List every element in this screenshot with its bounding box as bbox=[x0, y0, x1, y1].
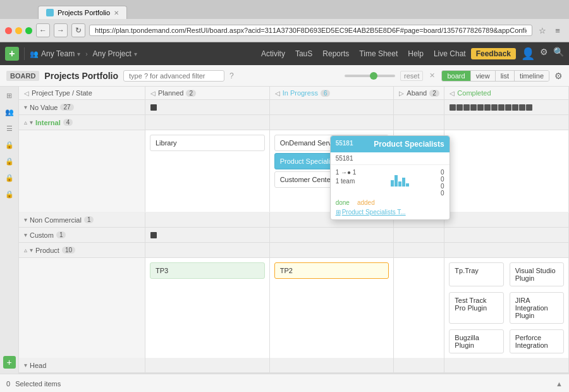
timeline-view-button[interactable]: timeline bbox=[515, 71, 549, 81]
subheader: BOARD Projects Portfolio ? reset ✕ board… bbox=[0, 65, 569, 87]
novalue-completed-cell bbox=[444, 100, 569, 114]
search-icon[interactable]: 🔍 bbox=[553, 47, 564, 61]
novalue-aband-cell bbox=[394, 100, 444, 114]
tab-close-button[interactable]: ✕ bbox=[114, 9, 119, 16]
tp2-card[interactable]: TP2 bbox=[274, 262, 389, 279]
popup-right-stat-4: 0 bbox=[441, 190, 444, 197]
reset-close-icon[interactable]: ✕ bbox=[429, 71, 435, 80]
internal-expand-icon[interactable]: ▵ bbox=[24, 119, 27, 126]
mini-card bbox=[470, 104, 477, 111]
board-settings-icon[interactable]: ⚙ bbox=[554, 71, 563, 81]
nav-help[interactable]: Help bbox=[408, 49, 424, 58]
sidebar-lock2-icon[interactable]: 🔒 bbox=[3, 155, 16, 168]
head-expand-icon[interactable]: ▾ bbox=[24, 362, 27, 369]
nav-reports[interactable]: Reports bbox=[322, 49, 349, 58]
novalue-count-badge: 27 bbox=[60, 104, 73, 111]
team-selector[interactable]: Any Team ▾ bbox=[30, 49, 80, 58]
popup-link[interactable]: ⊞ Product Specialists T... bbox=[336, 209, 444, 216]
chart-bar-5 bbox=[406, 183, 409, 187]
jira-card[interactable]: JIRA Integration Plugin bbox=[510, 292, 564, 324]
head-label-cell: ▾ Head bbox=[19, 358, 145, 372]
bugzilla-card[interactable]: Bugzilla Plugin bbox=[449, 329, 503, 353]
custom-expand-icon[interactable]: ▾ bbox=[24, 231, 27, 238]
testtrack-card[interactable]: Test Track Pro Plugin bbox=[449, 292, 503, 324]
maximize-window-button[interactable] bbox=[25, 27, 32, 34]
popup-id-text: 55181 bbox=[336, 155, 353, 162]
product-expand-icon1[interactable]: ▵ bbox=[24, 247, 27, 254]
novalue-completed-squares bbox=[450, 104, 532, 111]
menu-icon[interactable]: ≡ bbox=[551, 24, 564, 37]
sidebar-home-icon[interactable]: ⊞ bbox=[3, 89, 16, 102]
inprogress-expand-icon[interactable]: ◁ bbox=[275, 90, 280, 97]
user-icon[interactable]: 👤 bbox=[521, 47, 535, 61]
board-view-button[interactable]: board bbox=[442, 71, 470, 81]
type-expand-icon[interactable]: ◁ bbox=[24, 90, 29, 97]
status-expand-icon[interactable]: ▲ bbox=[556, 380, 563, 388]
view-view-button[interactable]: view bbox=[471, 71, 496, 81]
feedback-button[interactable]: Feedback bbox=[471, 48, 516, 59]
popup-tasks-done: 1 bbox=[336, 169, 340, 176]
address-bar[interactable] bbox=[89, 25, 532, 36]
sidebar-lock4-icon[interactable]: 🔒 bbox=[3, 188, 16, 200]
novalue-planned-cell bbox=[145, 100, 270, 114]
add-button[interactable]: + bbox=[5, 47, 19, 61]
planned-expand-icon[interactable]: ◁ bbox=[150, 90, 156, 97]
slider-thumb[interactable] bbox=[370, 72, 377, 80]
head-completed-cell bbox=[444, 358, 569, 372]
popup-tasks-line: 1 →● 1 bbox=[336, 169, 357, 176]
perforce-card[interactable]: Perforce Integration bbox=[510, 329, 564, 353]
sidebar-list-icon[interactable]: ☰ bbox=[3, 122, 16, 135]
internal-collapse-icon[interactable]: ▾ bbox=[30, 119, 33, 126]
sidebar-users-icon[interactable]: 👥 bbox=[3, 106, 16, 118]
mini-card bbox=[491, 104, 498, 111]
completed-grid: Tp.Tray Visual Studio Plugin Test Track … bbox=[447, 260, 566, 355]
filter-help-icon[interactable]: ? bbox=[229, 71, 234, 80]
internal-cards-row: Library OnDemand Service Product Special… bbox=[19, 130, 569, 212]
head-planned-cell bbox=[145, 358, 270, 372]
aband-expand-icon[interactable]: ▷ bbox=[399, 90, 404, 97]
selected-count: 0 bbox=[6, 380, 10, 388]
forward-button[interactable]: → bbox=[54, 23, 68, 37]
close-window-button[interactable] bbox=[5, 27, 12, 34]
minimize-window-button[interactable] bbox=[15, 27, 22, 34]
bookmark-icon[interactable]: ☆ bbox=[536, 24, 549, 37]
popup-teams-line: 1 team bbox=[336, 178, 357, 185]
product-label-cell: ▵ ▾ Product 10 bbox=[19, 243, 145, 257]
list-view-button[interactable]: list bbox=[496, 71, 515, 81]
reset-button[interactable]: reset bbox=[400, 71, 423, 81]
internal-inprogress-cards: OnDemand Service Product Specialists Cus… bbox=[270, 130, 395, 212]
breadcrumb-separator: › bbox=[85, 51, 87, 58]
internal-inprogress-cell bbox=[270, 115, 395, 130]
tp3-card[interactable]: TP3 bbox=[150, 262, 265, 279]
nav-activity[interactable]: Activity bbox=[261, 49, 285, 58]
row-group-head: ▾ Head bbox=[19, 358, 569, 374]
novalue-expand-icon[interactable]: ▾ bbox=[24, 104, 27, 111]
sidebar-lock3-icon[interactable]: 🔒 bbox=[3, 171, 16, 184]
completed-expand-icon[interactable]: ◁ bbox=[450, 90, 455, 97]
selected-label: Selected items bbox=[15, 380, 61, 388]
sidebar-add-button[interactable]: + bbox=[3, 356, 16, 369]
refresh-button[interactable]: ↻ bbox=[71, 23, 85, 37]
mini-card bbox=[463, 104, 470, 111]
library-card[interactable]: Library bbox=[150, 135, 265, 151]
settings-icon[interactable]: ⚙ bbox=[540, 47, 548, 61]
noncommercial-label-cell: ▾ Non Commercial 1 bbox=[19, 212, 145, 227]
nav-taus[interactable]: TauS bbox=[295, 49, 312, 58]
nav-timesheet[interactable]: Time Sheet bbox=[359, 49, 398, 58]
nav-divider bbox=[24, 47, 25, 60]
project-selector[interactable]: Any Project ▾ bbox=[92, 49, 137, 58]
filter-input[interactable] bbox=[123, 70, 224, 82]
sidebar-lock-icon[interactable]: 🔒 bbox=[3, 138, 16, 151]
team-chevron-icon: ▾ bbox=[77, 51, 80, 58]
noncommercial-expand-icon[interactable]: ▾ bbox=[24, 216, 27, 223]
active-tab[interactable]: Projects Portfolio ✕ bbox=[38, 6, 127, 19]
popup-id: 55181 bbox=[336, 140, 353, 149]
zoom-slider[interactable] bbox=[345, 75, 395, 77]
tptray-card[interactable]: Tp.Tray bbox=[449, 262, 503, 286]
nav-livechat[interactable]: Live Chat bbox=[434, 49, 466, 58]
back-button[interactable]: ← bbox=[36, 23, 50, 37]
product-expand-icon2[interactable]: ▾ bbox=[30, 247, 33, 254]
visualstudio-card[interactable]: Visual Studio Plugin bbox=[510, 262, 564, 286]
internal-aband-cell bbox=[394, 115, 444, 130]
noncommercial-planned-cell bbox=[145, 212, 270, 227]
